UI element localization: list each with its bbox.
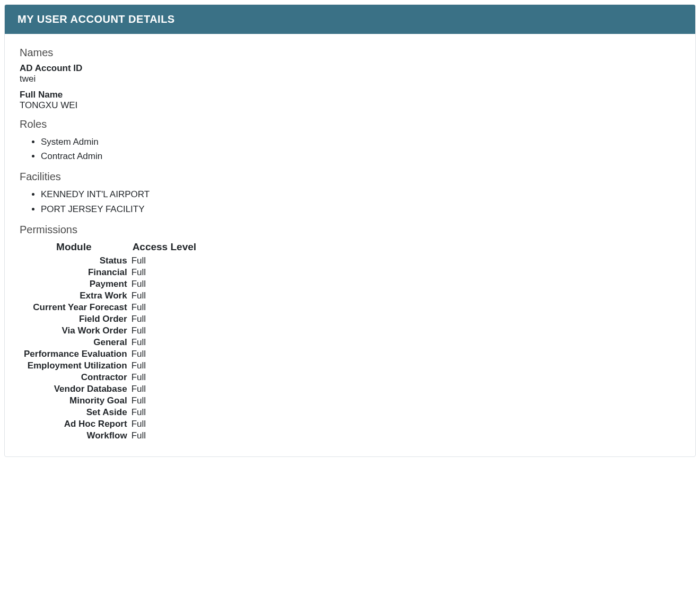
permissions-tbody: StatusFullFinancialFullPaymentFullExtra … bbox=[20, 255, 200, 442]
permissions-section-label: Permissions bbox=[20, 224, 680, 236]
permission-module: Status bbox=[20, 255, 128, 267]
permission-access: Full bbox=[128, 278, 200, 290]
table-row: Ad Hoc ReportFull bbox=[20, 418, 200, 430]
table-row: Vendor DatabaseFull bbox=[20, 383, 200, 395]
permission-access: Full bbox=[128, 418, 200, 430]
table-row: Performance EvaluationFull bbox=[20, 348, 200, 360]
table-row: StatusFull bbox=[20, 255, 200, 267]
table-row: Minority GoalFull bbox=[20, 395, 200, 407]
permission-module: Current Year Forecast bbox=[20, 302, 128, 313]
permission-access: Full bbox=[128, 360, 200, 372]
permission-access: Full bbox=[128, 267, 200, 278]
account-details-card: MY USER ACCOUNT DETAILS Names AD Account… bbox=[4, 4, 696, 457]
permissions-table: Module Access Level StatusFullFinancialF… bbox=[20, 240, 200, 442]
roles-section-label: Roles bbox=[20, 118, 680, 130]
permission-module: Ad Hoc Report bbox=[20, 418, 128, 430]
table-row: Via Work OrderFull bbox=[20, 325, 200, 337]
permission-module: Workflow bbox=[20, 430, 128, 442]
permission-module: Via Work Order bbox=[20, 325, 128, 337]
roles-list: System AdminContract Admin bbox=[41, 135, 680, 163]
list-item: Contract Admin bbox=[41, 149, 680, 163]
table-row: PaymentFull bbox=[20, 278, 200, 290]
card-body: Names AD Account ID twei Full Name TONGX… bbox=[5, 34, 695, 456]
table-row: ContractorFull bbox=[20, 372, 200, 383]
table-row: Extra WorkFull bbox=[20, 290, 200, 302]
permission-module: Financial bbox=[20, 267, 128, 278]
permissions-col-access: Access Level bbox=[128, 240, 200, 255]
table-row: GeneralFull bbox=[20, 337, 200, 348]
permission-access: Full bbox=[128, 325, 200, 337]
permission-module: Contractor bbox=[20, 372, 128, 383]
permission-access: Full bbox=[128, 383, 200, 395]
permission-access: Full bbox=[128, 348, 200, 360]
permission-access: Full bbox=[128, 313, 200, 325]
names-section-label: Names bbox=[20, 47, 680, 59]
card-header: MY USER ACCOUNT DETAILS bbox=[5, 5, 695, 34]
table-row: Current Year ForecastFull bbox=[20, 302, 200, 313]
permission-access: Full bbox=[128, 337, 200, 348]
permission-module: Payment bbox=[20, 278, 128, 290]
permissions-col-module: Module bbox=[20, 240, 128, 255]
permission-access: Full bbox=[128, 255, 200, 267]
permission-module: Employment Utilization bbox=[20, 360, 128, 372]
permission-access: Full bbox=[128, 395, 200, 407]
table-row: Employment UtilizationFull bbox=[20, 360, 200, 372]
permission-module: Extra Work bbox=[20, 290, 128, 302]
permission-module: Field Order bbox=[20, 313, 128, 325]
table-row: Set AsideFull bbox=[20, 407, 200, 418]
table-row: Field OrderFull bbox=[20, 313, 200, 325]
permission-access: Full bbox=[128, 302, 200, 313]
list-item: KENNEDY INT'L AIRPORT bbox=[41, 187, 680, 201]
ad-account-id-value: twei bbox=[20, 74, 680, 84]
facilities-list: KENNEDY INT'L AIRPORTPORT JERSEY FACILIT… bbox=[41, 187, 680, 216]
permission-access: Full bbox=[128, 372, 200, 383]
permission-module: Set Aside bbox=[20, 407, 128, 418]
full-name-label: Full Name bbox=[20, 90, 680, 100]
table-row: FinancialFull bbox=[20, 267, 200, 278]
permission-access: Full bbox=[128, 290, 200, 302]
permission-access: Full bbox=[128, 407, 200, 418]
permission-module: General bbox=[20, 337, 128, 348]
ad-account-id-label: AD Account ID bbox=[20, 63, 680, 74]
permission-module: Vendor Database bbox=[20, 383, 128, 395]
table-row: WorkflowFull bbox=[20, 430, 200, 442]
permission-module: Performance Evaluation bbox=[20, 348, 128, 360]
permission-access: Full bbox=[128, 430, 200, 442]
list-item: System Admin bbox=[41, 135, 680, 149]
list-item: PORT JERSEY FACILITY bbox=[41, 202, 680, 216]
full-name-value: TONGXU WEI bbox=[20, 100, 680, 111]
card-title: MY USER ACCOUNT DETAILS bbox=[18, 13, 175, 25]
facilities-section-label: Facilities bbox=[20, 171, 680, 183]
permission-module: Minority Goal bbox=[20, 395, 128, 407]
